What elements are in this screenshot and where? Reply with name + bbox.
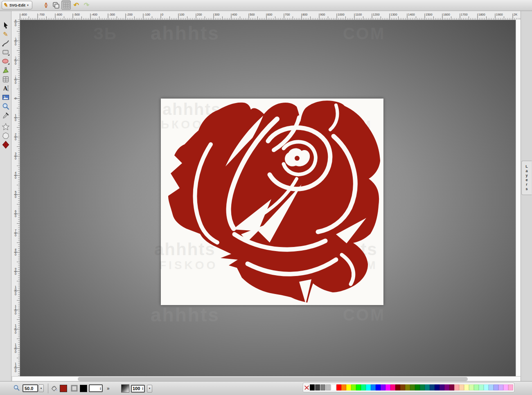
palette-swatch-003f7f[interactable] bbox=[430, 384, 435, 391]
palette-swatch-aad4ff[interactable] bbox=[489, 384, 494, 391]
polygon-tool-button[interactable] bbox=[1, 131, 11, 140]
rose-artwork[interactable] bbox=[161, 99, 383, 305]
palette-swatch-ffaad4[interactable] bbox=[508, 384, 513, 391]
svg-text:0: 0 bbox=[15, 292, 16, 296]
palette-swatch-7f003f[interactable] bbox=[449, 384, 454, 391]
palette-swatch-ff007f[interactable] bbox=[390, 384, 395, 391]
palette-swatch-ff0000[interactable] bbox=[336, 384, 341, 391]
palette-swatch-7f00ff[interactable] bbox=[381, 384, 385, 391]
palette-swatch-aaaaff[interactable] bbox=[494, 384, 498, 391]
shape-library-button[interactable] bbox=[1, 75, 11, 83]
edit-source-button[interactable]: ⟨⟩ bbox=[41, 0, 50, 10]
palette-swatch-ffffff[interactable] bbox=[331, 384, 336, 391]
stroke-width-input[interactable] bbox=[90, 386, 99, 391]
palette-swatch-00007f[interactable] bbox=[435, 384, 440, 391]
palette-swatch-7fff00[interactable] bbox=[351, 384, 356, 391]
palette-swatch-ffd4aa[interactable] bbox=[459, 384, 464, 391]
palette-swatch-000000[interactable] bbox=[310, 384, 315, 391]
palette-swatch-ffaaaa[interactable] bbox=[454, 384, 459, 391]
palette-swatch-7f0000[interactable] bbox=[395, 384, 400, 391]
palette-swatch-aaffd4[interactable] bbox=[479, 384, 484, 391]
svg-text:1900: 1900 bbox=[496, 13, 503, 16]
star-tool-button[interactable] bbox=[1, 122, 11, 131]
svg-text:0: 0 bbox=[15, 81, 16, 85]
palette-swatch-aaffaa[interactable] bbox=[474, 384, 479, 391]
svg-edit-logo-icon: ✎ bbox=[3, 2, 9, 8]
line-tool-button[interactable] bbox=[1, 39, 11, 47]
palette-swatch-ff7f00[interactable] bbox=[341, 384, 346, 391]
palette-swatch-00ff7f[interactable] bbox=[361, 384, 366, 391]
palette-swatch-00ffff[interactable] bbox=[366, 384, 371, 391]
text-tool-button[interactable]: A bbox=[1, 84, 11, 92]
workspace: ahhhtsСОМЗЬahhhtsСОМ ahhhtsЬКООСОМahhhts… bbox=[20, 20, 516, 376]
svg-text:-800: -800 bbox=[21, 13, 27, 16]
stroke-width-spinner[interactable]: ▲▼ bbox=[99, 387, 101, 390]
path-tool-button[interactable] bbox=[1, 66, 11, 74]
stroke-width-field[interactable]: ▲▼ bbox=[89, 384, 103, 392]
watermark-text: СОМ bbox=[343, 25, 385, 43]
watermark-text: ЗЬ bbox=[93, 25, 117, 43]
pencil-tool-button[interactable]: ✎ bbox=[1, 30, 11, 38]
palette-swatch-7f7f00[interactable] bbox=[405, 384, 410, 391]
more-options-button[interactable]: » bbox=[104, 385, 112, 392]
layers-tab[interactable]: Layers bbox=[521, 161, 532, 195]
wireframe-button[interactable] bbox=[51, 0, 61, 10]
redo-icon: ↷ bbox=[84, 1, 89, 9]
palette-swatch-007f3f[interactable] bbox=[420, 384, 425, 391]
layers-tab-letter: a bbox=[525, 169, 527, 173]
palette-swatch-bfbfbf[interactable] bbox=[326, 384, 331, 391]
layers-tab-letter: L bbox=[525, 164, 528, 169]
stroke-color-swatch[interactable] bbox=[80, 385, 87, 392]
select-arrow-icon bbox=[2, 21, 10, 29]
fill-color-swatch[interactable] bbox=[60, 385, 67, 392]
main-menu-button[interactable]: ✎ SVG-Edit ▼ bbox=[2, 1, 32, 9]
shape-red-diamond-button[interactable] bbox=[1, 140, 11, 149]
palette-swatch-7f7f7f[interactable] bbox=[320, 384, 325, 391]
opacity-spinner[interactable]: ▲▼ bbox=[142, 387, 144, 390]
ellipse-tool-button[interactable] bbox=[1, 57, 11, 65]
svg-text:0: 0 bbox=[15, 157, 16, 160]
palette-swatch-3f7f00[interactable] bbox=[410, 384, 415, 391]
svg-canvas[interactable]: ahhhtsЬКООСОМahhhtsahhhtsFISKOOСОМата bbox=[161, 99, 383, 305]
svg-text:0: 0 bbox=[15, 214, 16, 218]
opacity-input[interactable] bbox=[133, 386, 141, 391]
layers-tab-letter: s bbox=[525, 187, 527, 191]
palette-none-swatch[interactable] bbox=[304, 384, 309, 391]
palette-swatch-aaffff[interactable] bbox=[484, 384, 489, 391]
svg-text:1600: 1600 bbox=[443, 13, 450, 16]
palette-swatch-ffffaa[interactable] bbox=[464, 384, 469, 391]
svg-text:-700: -700 bbox=[38, 13, 45, 16]
palette-swatch-d4ffaa[interactable] bbox=[469, 384, 474, 391]
palette-swatch-007f00[interactable] bbox=[415, 384, 420, 391]
palette-swatch-ff00ff[interactable] bbox=[385, 384, 390, 391]
zoom-tool-button[interactable] bbox=[1, 102, 11, 110]
palette-swatch-d4aaff[interactable] bbox=[498, 384, 503, 391]
palette-swatch-00ff00[interactable] bbox=[356, 384, 361, 391]
palette-swatch-0000ff[interactable] bbox=[376, 384, 381, 391]
undo-button[interactable]: ↶ bbox=[72, 0, 81, 10]
palette-swatch-3f007f[interactable] bbox=[440, 384, 444, 391]
source-code-icon: ⟨⟩ bbox=[44, 2, 47, 8]
palette-swatch-007fff[interactable] bbox=[371, 384, 376, 391]
zoom-level-input[interactable] bbox=[23, 384, 38, 392]
grid-button[interactable] bbox=[61, 0, 71, 10]
eyedropper-tool-button[interactable] bbox=[1, 111, 11, 119]
zoom-dropdown-button[interactable]: ▼ bbox=[38, 384, 44, 392]
palette-swatch-ffaaff[interactable] bbox=[503, 384, 508, 391]
vertical-ruler: -400-300-200-100010020030040050060070080… bbox=[11, 20, 20, 376]
palette-swatch-ffff00[interactable] bbox=[346, 384, 351, 391]
horizontal-scrollbar-thumb[interactable] bbox=[78, 377, 468, 381]
palette-swatch-7f3f00[interactable] bbox=[400, 384, 405, 391]
svg-text:900: 900 bbox=[320, 13, 325, 16]
opacity-field[interactable]: ▲▼ bbox=[131, 385, 145, 393]
palette-swatch-7f007f[interactable] bbox=[444, 384, 449, 391]
palette-swatch-3f3f3f[interactable] bbox=[315, 384, 320, 391]
palette-swatch-007f7f[interactable] bbox=[425, 384, 430, 391]
opacity-dropdown-button[interactable]: ▼ bbox=[147, 385, 152, 393]
ruler-corner bbox=[11, 11, 20, 20]
rectangle-tool-button[interactable] bbox=[1, 48, 11, 56]
svg-edit-app: ✎ SVG-Edit ▼ ⟨⟩ bbox=[0, 0, 532, 395]
image-tool-button[interactable] bbox=[1, 93, 11, 101]
redo-button[interactable]: ↷ bbox=[82, 0, 91, 10]
select-tool-button[interactable] bbox=[1, 21, 11, 29]
